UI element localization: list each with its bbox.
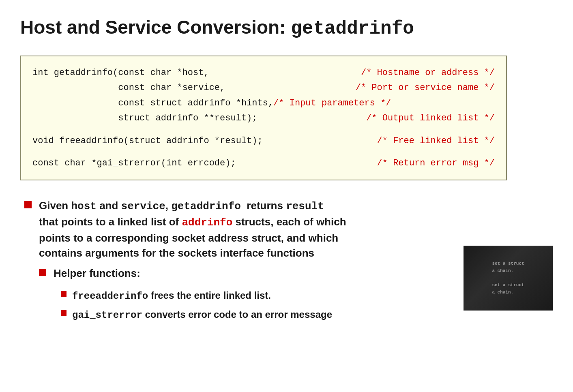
code-line-3-black: const struct addrinfo *hints,: [32, 96, 273, 111]
sub-bullet-item-2: gai_strerror converts error code to an e…: [61, 308, 455, 322]
sub-bullet-item-1: freeadderinfo frees the entire linked li…: [61, 289, 455, 303]
bottom-text: contains arguments for the sockets inter…: [39, 246, 455, 327]
code-line-1-comment: /* Hostname or address */: [361, 65, 495, 80]
code-line-5-black: void freeaddrinfo(struct addrinfo *resul…: [32, 133, 263, 148]
bullet-square-1: [24, 201, 32, 208]
title-code-text: getaddrinfo: [291, 18, 414, 39]
bottom-row: contains arguments for the sockets inter…: [39, 246, 553, 327]
bullet-item-1: Given host and service, getaddrinfo retu…: [24, 198, 553, 327]
code-box: int getaddrinfo(const char *host, /* Hos…: [20, 56, 507, 180]
bullet-text-1: Given host and service, getaddrinfo retu…: [39, 198, 553, 327]
code-line-1: int getaddrinfo(const char *host, /* Hos…: [32, 65, 495, 80]
sub-bullet-square-2: [61, 310, 67, 316]
chalk-text: set a struct a chain. set a struct a cha…: [489, 257, 527, 299]
sub-bullet-text-2: gai_strerror converts error code to an e…: [72, 308, 332, 322]
inline-code-freeadderinfo: freeadderinfo: [72, 291, 148, 302]
code-line-5-comment: /* Free linked list */: [377, 133, 495, 148]
bullet-section: Given host and service, getaddrinfo retu…: [24, 198, 553, 327]
code-line-6-comment: /* Return error msg */: [377, 156, 495, 171]
sub-bullet-text-1: freeadderinfo frees the entire linked li…: [72, 289, 271, 303]
inline-code-getaddrinfo: getaddrinfo: [171, 200, 241, 212]
code-line-4-comment: /* Output linked list */: [366, 111, 495, 126]
sub-bullet-square-1: [61, 291, 67, 297]
inline-code-service: service: [121, 200, 165, 212]
code-line-3: const struct addrinfo *hints, /* Input p…: [32, 96, 495, 111]
bullet-item-2: Helper functions:: [39, 266, 455, 281]
page-title: Host and Service Conversion: getaddrinfo: [20, 16, 553, 39]
inline-code-host: host: [71, 200, 96, 212]
inline-highlight-addrinfo: addrinfo: [182, 216, 232, 229]
code-line-2-black: const char *service,: [32, 80, 225, 95]
code-line-6: const char *gai_strerror(int errcode); /…: [32, 156, 495, 171]
code-line-6-black: const char *gai_strerror(int errcode);: [32, 156, 236, 171]
bullet-text-2: Helper functions:: [54, 266, 455, 281]
code-line-4-black: struct addrinfo **result);: [32, 111, 258, 126]
code-line-2: const char *service, /* Port or service …: [32, 80, 495, 95]
code-line-3-comment: /* Input parameters */: [273, 96, 391, 111]
inline-code-result: result: [286, 200, 324, 212]
code-line-4: struct addrinfo **result); /* Output lin…: [32, 111, 495, 126]
code-line-5: void freeaddrinfo(struct addrinfo *resul…: [32, 133, 495, 148]
inline-code-gai-strerror: gai_strerror: [72, 310, 142, 321]
code-line-2-comment: /* Port or service name */: [356, 80, 495, 95]
title-plain-text: Host and Service Conversion:: [20, 17, 291, 38]
bullet-square-2: [39, 269, 46, 276]
code-line-1-black: int getaddrinfo(const char *host,: [32, 65, 209, 80]
blackboard-image: set a struct a chain. set a struct a cha…: [464, 246, 553, 311]
sub-bullet-section: freeadderinfo frees the entire linked li…: [61, 289, 455, 322]
